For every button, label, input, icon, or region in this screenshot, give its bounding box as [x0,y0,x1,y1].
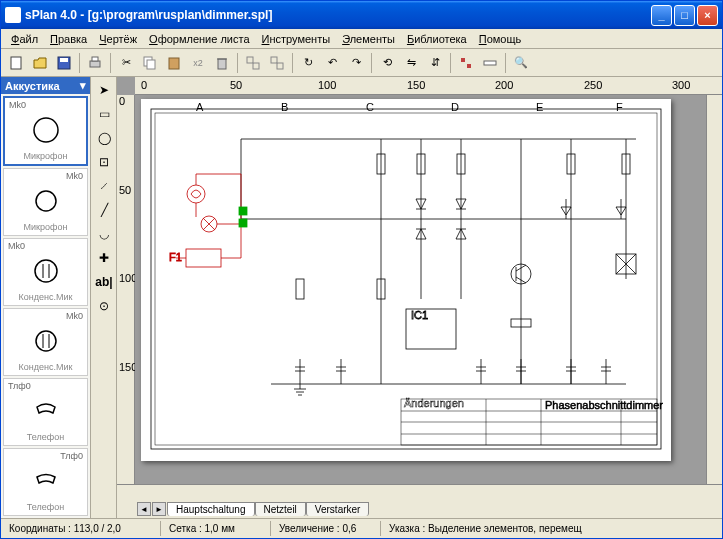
paste-x2-button[interactable]: x2 [187,52,209,74]
polyline-tool[interactable]: ⟋ [93,175,115,197]
rotate-button[interactable]: ⟲ [376,52,398,74]
group-button[interactable] [242,52,264,74]
dropdown-icon: ▾ [80,79,86,92]
delete-button[interactable] [211,52,233,74]
condenser-mic-symbol [6,321,85,361]
svg-text:D: D [451,101,459,113]
line-tool[interactable]: ╱ [93,199,115,221]
palette-category-label: Аккустика [5,80,60,92]
arc-tool[interactable]: ◡ [93,223,115,245]
maximize-button[interactable]: □ [674,5,695,26]
snap-button[interactable] [455,52,477,74]
svg-rect-8 [218,59,226,69]
status-hint: Указка : Выделение элементов, перемещ [381,521,722,536]
menu-tools[interactable]: Инструменты [256,31,337,47]
open-button[interactable] [29,52,51,74]
refresh-button[interactable]: ↻ [297,52,319,74]
svg-text:F1: F1 [169,251,182,263]
svg-rect-12 [271,57,277,63]
canvas-area: 0 50 100 150 200 250 300 0 50 100 150 [117,77,722,518]
svg-point-20 [36,331,56,351]
sheet-tab[interactable]: Verstarker [306,502,370,516]
mirror-h-button[interactable]: ⇋ [400,52,422,74]
svg-text:C: C [366,101,374,113]
text-tool[interactable]: ab| [93,271,115,293]
rect-tool[interactable]: ▭ [93,103,115,125]
svg-rect-46 [296,279,304,299]
copy-button[interactable] [139,52,161,74]
status-zoom: Увеличение : 0,6 [271,521,381,536]
svg-rect-14 [484,61,496,65]
svg-text:B: B [281,101,288,113]
zoom-button[interactable]: 🔍 [510,52,532,74]
microphone-symbol [6,181,85,221]
svg-text:IC1: IC1 [411,309,428,321]
vertical-scrollbar[interactable] [706,95,722,484]
drawing-canvas[interactable]: ABCDEF [135,95,706,484]
svg-text:E: E [536,101,543,113]
palette-item[interactable]: Тлф0 Телефон [3,448,88,516]
app-icon [5,7,21,23]
svg-rect-2 [60,58,68,62]
redo-button[interactable]: ↷ [345,52,367,74]
palette-item[interactable]: Mk0 Микрофон [3,96,88,166]
save-button[interactable] [53,52,75,74]
pointer-tool[interactable]: ➤ [93,79,115,101]
svg-rect-4 [92,57,98,61]
palette-item[interactable]: Mk0 Конденс.Мик [3,308,88,376]
main-toolbar: ✂ x2 ↻ ↶ ↷ ⟲ ⇋ ⇵ 🔍 [1,49,722,77]
titlebar[interactable]: sPlan 4.0 - [g:\program\rusplan\dimmer.s… [1,1,722,29]
svg-point-80 [187,185,205,203]
palette-category-selector[interactable]: Аккустика ▾ [1,77,90,94]
sheet-tabs-row: ◄ ► Hauptschaltung Netzteil Verstarker [117,500,722,518]
svg-rect-0 [11,57,21,69]
svg-rect-7 [169,58,179,69]
sheet-tab[interactable]: Hauptschaltung [167,502,255,516]
schematic-page[interactable]: ABCDEF [141,99,671,461]
phone-symbol [6,461,85,501]
menu-drawing[interactable]: Чертёж [93,31,143,47]
dimension-tool[interactable]: ⊙ [93,295,115,317]
vertical-ruler: 0 50 100 150 [117,95,135,484]
node-tool[interactable]: ✚ [93,247,115,269]
svg-point-17 [35,260,57,282]
paste-button[interactable] [163,52,185,74]
microphone-symbol [7,110,84,150]
mirror-v-button[interactable]: ⇵ [424,52,446,74]
menu-sheet[interactable]: Оформление листа [143,31,255,47]
phone-symbol [6,391,85,431]
menu-elements[interactable]: Элементы [336,31,401,47]
svg-point-16 [36,191,56,211]
sheet-tab[interactable]: Netzteil [255,502,306,516]
palette-item[interactable]: Mk0 Микрофон [3,168,88,236]
special-shape-tool[interactable]: ⊡ [93,151,115,173]
palette-item[interactable]: Mk0 Конденс.Мик [3,238,88,306]
horizontal-scrollbar[interactable] [117,484,722,500]
cut-button[interactable]: ✂ [115,52,137,74]
palette-items: Mk0 Микрофон Mk0 Микрофон Mk0 Конденс.Ми… [1,94,90,518]
measure-button[interactable] [479,52,501,74]
svg-rect-10 [247,57,253,63]
circle-tool[interactable]: ◯ [93,127,115,149]
svg-rect-94 [239,219,247,227]
tab-next-button[interactable]: ► [152,502,166,516]
minimize-button[interactable]: _ [651,5,672,26]
print-button[interactable] [84,52,106,74]
window-title: sPlan 4.0 - [g:\program\rusplan\dimmer.s… [25,8,651,22]
menu-library[interactable]: Библиотека [401,31,473,47]
ungroup-button[interactable] [266,52,288,74]
menu-file[interactable]: Файл [5,31,44,47]
close-button[interactable]: × [697,5,718,26]
palette-item[interactable]: Тлф0 Телефон [3,378,88,446]
svg-text:F: F [616,101,623,113]
new-button[interactable] [5,52,27,74]
tab-prev-button[interactable]: ◄ [137,502,151,516]
menu-edit[interactable]: Правка [44,31,93,47]
workspace: Аккустика ▾ Mk0 Микрофон Mk0 Микрофон Mk… [1,77,722,518]
svg-rect-11 [253,63,259,69]
svg-text:Änderungen: Änderungen [404,397,464,409]
component-palette: Аккустика ▾ Mk0 Микрофон Mk0 Микрофон Mk… [1,77,91,518]
menu-help[interactable]: Помощь [473,31,528,47]
undo-button[interactable]: ↶ [321,52,343,74]
drawing-tools: ➤ ▭ ◯ ⊡ ⟋ ╱ ◡ ✚ ab| ⊙ [91,77,117,518]
